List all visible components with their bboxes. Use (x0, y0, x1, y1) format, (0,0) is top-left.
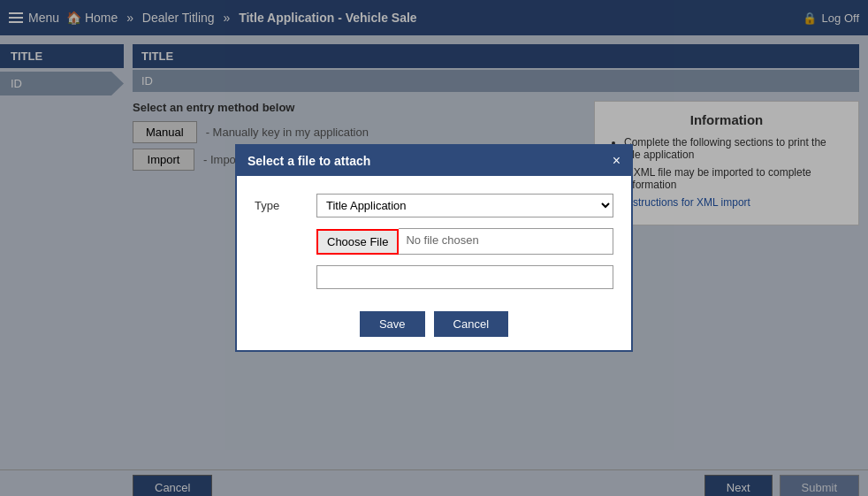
modal-body: Type Title Application Other Choose File… (237, 176, 631, 302)
type-row: Type Title Application Other (255, 194, 613, 217)
file-display: No file chosen (399, 228, 613, 255)
modal: Select a file to attach × Type Title App… (235, 144, 633, 352)
choose-file-button[interactable]: Choose File (316, 229, 399, 255)
modal-save-button[interactable]: Save (360, 311, 425, 337)
modal-title: Select a file to attach (247, 154, 370, 168)
modal-overlay: Select a file to attach × Type Title App… (0, 0, 868, 496)
modal-cancel-button[interactable]: Cancel (434, 311, 508, 337)
modal-header: Select a file to attach × (237, 146, 631, 176)
modal-close-button[interactable]: × (613, 153, 621, 169)
modal-text-input[interactable] (316, 265, 613, 289)
type-select[interactable]: Title Application Other (316, 194, 613, 217)
file-row: Choose File No file chosen (255, 228, 613, 255)
modal-footer: Save Cancel (237, 302, 631, 350)
type-label: Type (255, 199, 308, 212)
